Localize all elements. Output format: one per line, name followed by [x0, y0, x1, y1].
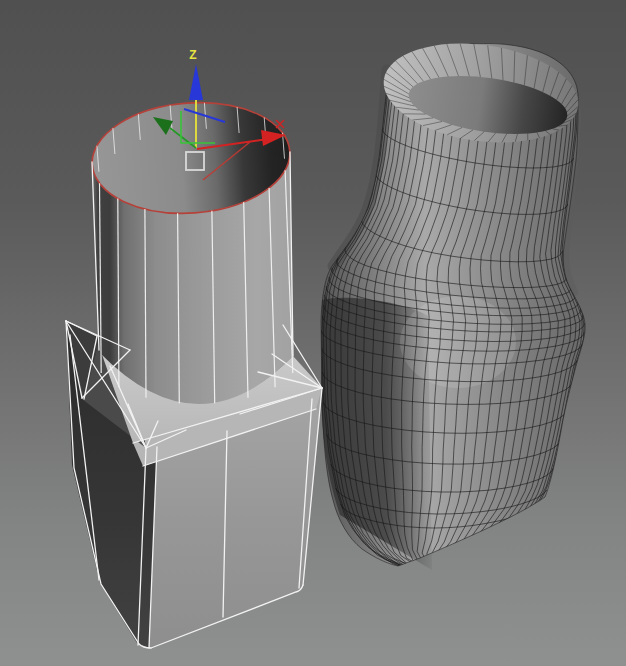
- gizmo-x-label: [276, 120, 284, 128]
- lowpoly-bottle-object[interactable]: [66, 96, 322, 648]
- gizmo-z-label: Z: [189, 48, 196, 62]
- viewport-3d[interactable]: Z: [0, 0, 626, 666]
- smoothed-bottle-object[interactable]: [321, 32, 585, 578]
- z-axis-arrow-icon[interactable]: [189, 64, 203, 100]
